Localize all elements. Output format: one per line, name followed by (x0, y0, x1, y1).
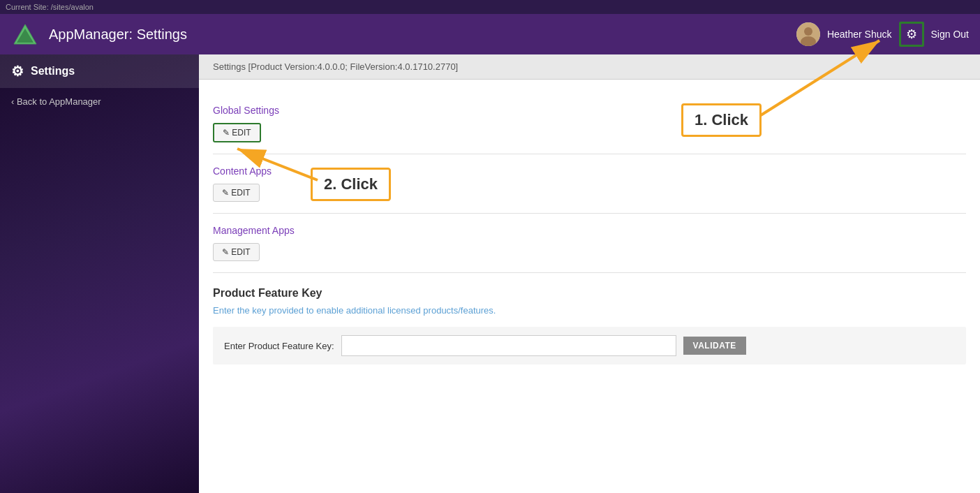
feature-key-input[interactable] (341, 335, 676, 356)
feature-key-title: Product Feature Key (213, 287, 966, 300)
content-apps-section: Content Apps ✎ EDIT (213, 154, 966, 214)
content-apps-edit-button[interactable]: ✎ EDIT (213, 184, 260, 202)
sign-out-button[interactable]: Sign Out (931, 29, 969, 40)
avatar (796, 22, 820, 46)
main-content: Settings [Product Version:4.0.0.0; FileV… (199, 54, 980, 493)
user-name: Heather Shuck (827, 29, 892, 40)
settings-gear-button[interactable]: ⚙ (899, 22, 924, 47)
feature-key-label: Enter Product Feature Key: (224, 341, 334, 351)
management-apps-title: Management Apps (213, 225, 966, 236)
settings-icon: ⚙ (11, 63, 24, 80)
feature-key-description: Enter the key provided to enable additio… (213, 305, 966, 316)
content-apps-title: Content Apps (213, 165, 966, 177)
breadcrumb-text: Settings [Product Version:4.0.0.0; FileV… (213, 61, 458, 72)
svg-point-3 (804, 27, 812, 36)
product-feature-key-section: Product Feature Key Enter the key provid… (213, 273, 966, 378)
page-title: AppManager: Settings (49, 27, 796, 43)
global-settings-title: Global Settings (213, 105, 966, 116)
feature-key-row: Enter Product Feature Key: VALIDATE (213, 327, 966, 365)
site-bar: Current Site: /sites/avalon (0, 0, 980, 14)
validate-button[interactable]: VALIDATE (683, 337, 746, 355)
header-right: Heather Shuck ⚙ Sign Out (796, 22, 969, 47)
site-bar-label: Current Site: /sites/avalon (6, 3, 94, 11)
management-apps-edit-button[interactable]: ✎ EDIT (213, 243, 260, 261)
app-header: AppManager: Settings Heather Shuck ⚙ Sig… (0, 14, 980, 54)
management-apps-section: Management Apps ✎ EDIT (213, 214, 966, 273)
back-to-appmanager[interactable]: ‹ Back to AppManager (0, 88, 199, 115)
main-layout: ⚙ Settings ‹ Back to AppManager Settings… (0, 54, 980, 493)
settings-breadcrumb: Settings [Product Version:4.0.0.0; FileV… (199, 54, 980, 80)
sidebar: ⚙ Settings ‹ Back to AppManager (0, 54, 199, 493)
content-area: Global Settings ✎ EDIT Content Apps ✎ ED… (199, 80, 980, 392)
sidebar-settings-item[interactable]: ⚙ Settings (0, 54, 199, 88)
app-logo (11, 20, 39, 48)
global-settings-section: Global Settings ✎ EDIT (213, 94, 966, 154)
global-settings-edit-button[interactable]: ✎ EDIT (213, 123, 261, 142)
sidebar-settings-label: Settings (31, 65, 75, 78)
